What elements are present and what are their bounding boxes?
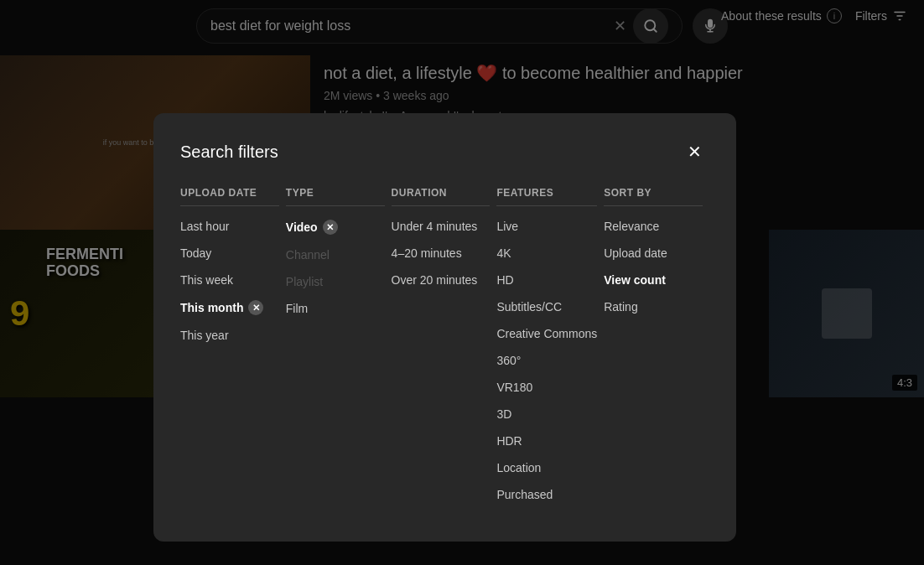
modal-title: Search filters [180,143,278,162]
filter-3d[interactable]: 3D [496,407,597,421]
filter-this-month[interactable]: This month ✕ [180,300,279,315]
filter-4-20min[interactable]: 4–20 minutes [392,246,491,260]
filter-vr180[interactable]: VR180 [496,381,597,394]
close-icon: ✕ [688,142,702,162]
duration-header: DURATION [392,187,491,206]
filter-today[interactable]: Today [180,246,279,260]
upload-date-header: UPLOAD DATE [180,187,279,206]
sort-view-count[interactable]: View count [604,273,703,287]
filter-live[interactable]: Live [496,220,597,233]
filter-columns: UPLOAD DATE Last hour Today This week Th… [180,187,709,515]
type-column: TYPE Video ✕ Channel Playlist Film [286,187,392,515]
filter-under-4min[interactable]: Under 4 minutes [392,220,491,233]
filter-subtitles[interactable]: Subtitles/CC [496,300,597,314]
search-filters-modal: Search filters ✕ UPLOAD DATE Last hour T… [153,113,736,542]
filter-purchased[interactable]: Purchased [496,488,597,501]
filter-over-20min[interactable]: Over 20 minutes [392,273,491,287]
features-header: FEATURES [496,187,597,206]
features-column: FEATURES Live 4K HD Subtitles/CC Creativ… [496,187,604,515]
filter-4k[interactable]: 4K [496,246,597,260]
sort-by-column: SORT BY Relevance Upload date View count… [604,187,709,515]
modal-close-button[interactable]: ✕ [679,137,709,167]
filter-channel: Channel [286,248,385,262]
filter-playlist: Playlist [286,275,385,288]
filter-this-year[interactable]: This year [180,329,279,342]
modal-header: Search filters ✕ [180,137,709,167]
type-header: TYPE [286,187,385,206]
filter-this-week[interactable]: This week [180,273,279,287]
filter-creative-commons[interactable]: Creative Commons [496,327,597,340]
filter-hd[interactable]: HD [496,273,597,287]
upload-date-column: UPLOAD DATE Last hour Today This week Th… [180,187,286,515]
duration-column: DURATION Under 4 minutes 4–20 minutes Ov… [392,187,497,515]
filter-360[interactable]: 360° [496,354,597,367]
filter-last-hour[interactable]: Last hour [180,220,279,233]
filter-hdr[interactable]: HDR [496,434,597,448]
sort-relevance[interactable]: Relevance [604,220,703,233]
sort-by-header: SORT BY [604,187,703,206]
filter-film[interactable]: Film [286,302,385,315]
remove-video-badge[interactable]: ✕ [323,220,338,235]
filter-video[interactable]: Video ✕ [286,220,385,235]
filter-location[interactable]: Location [496,461,597,474]
remove-this-month-badge[interactable]: ✕ [248,300,263,315]
sort-upload-date[interactable]: Upload date [604,246,703,260]
sort-rating[interactable]: Rating [604,300,703,314]
